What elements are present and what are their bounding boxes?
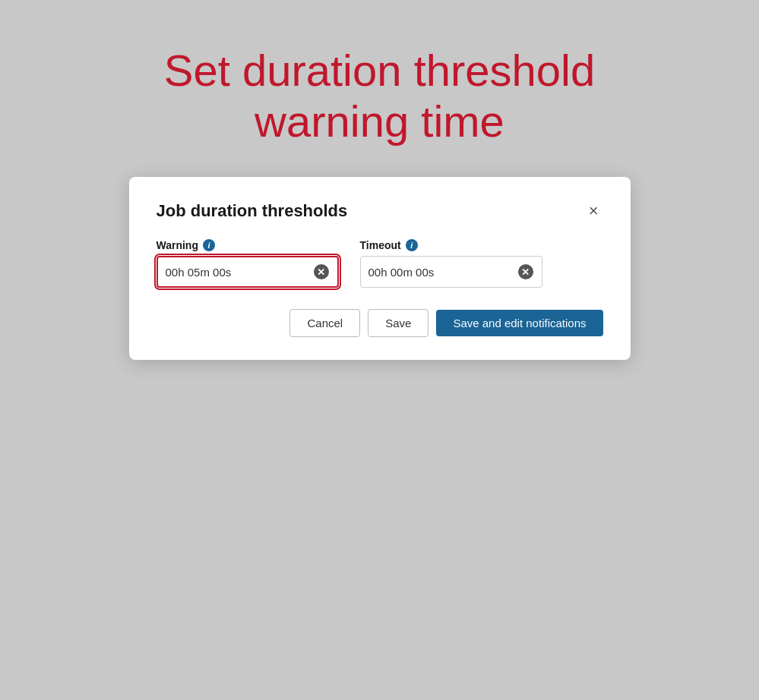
- page-title: Set duration threshold warning time: [119, 46, 640, 147]
- timeout-field-group: Timeout i 00h 00m 00s ✕: [360, 239, 542, 288]
- timeout-info-icon[interactable]: i: [406, 239, 418, 251]
- cancel-button[interactable]: Cancel: [289, 309, 360, 337]
- warning-clear-button[interactable]: ✕: [313, 263, 330, 280]
- warning-info-icon[interactable]: i: [203, 239, 215, 251]
- warning-field-group: Warning i 00h 05m 00s ✕: [157, 239, 339, 288]
- dialog: Job duration thresholds × Warning i 00h …: [129, 177, 631, 360]
- warning-input-wrapper[interactable]: 00h 05m 00s ✕: [157, 256, 339, 288]
- close-button[interactable]: ×: [584, 201, 603, 221]
- dialog-actions: Cancel Save Save and edit notifications: [157, 309, 603, 337]
- save-button[interactable]: Save: [368, 309, 429, 337]
- timeout-clear-button[interactable]: ✕: [517, 263, 534, 280]
- timeout-label: Timeout i: [360, 239, 542, 251]
- timeout-input-wrapper[interactable]: 00h 00m 00s ✕: [360, 256, 542, 288]
- fields-row: Warning i 00h 05m 00s ✕ Timeout i 00h 00…: [157, 239, 603, 288]
- timeout-input-value: 00h 00m 00s: [368, 266, 517, 279]
- warning-label: Warning i: [157, 239, 339, 251]
- dialog-title: Job duration thresholds: [157, 201, 348, 221]
- save-edit-notifications-button[interactable]: Save and edit notifications: [436, 310, 602, 336]
- timeout-clear-icon: ✕: [518, 264, 533, 279]
- warning-clear-icon: ✕: [314, 264, 329, 279]
- dialog-header: Job duration thresholds ×: [157, 201, 603, 221]
- warning-input-value: 00h 05m 00s: [166, 266, 313, 279]
